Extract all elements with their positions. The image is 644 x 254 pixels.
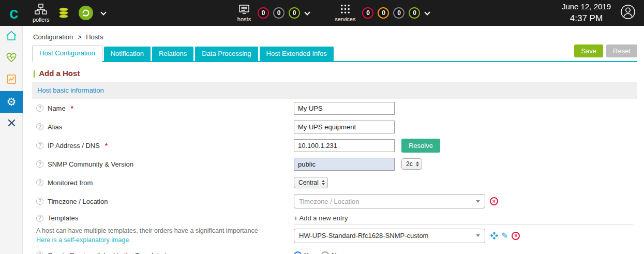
select-stepper-icon <box>416 161 419 167</box>
help-icon[interactable]: ? <box>36 198 43 205</box>
breadcrumb-separator: > <box>78 33 82 41</box>
alias-input[interactable] <box>294 121 395 133</box>
tab-bar: Host Configuration Notification Relation… <box>32 47 637 62</box>
form-row-templates: ? Templates + Add a new entry <box>32 211 637 226</box>
timezone-clear-icon[interactable]: × <box>490 197 498 205</box>
template-selected-value: HW-UPS-Standard-Rfc1628-SNMP-custom <box>299 232 428 240</box>
pollers-menu[interactable]: pollers <box>33 4 49 23</box>
topbar: c pollers <box>0 0 644 26</box>
services-unknown-counter[interactable]: 0 <box>393 7 405 19</box>
edit-template-icon[interactable]: ✎ <box>501 232 508 240</box>
tab-data-processing[interactable]: Data Processing <box>195 47 258 61</box>
create-services-label: Create Services linked to the Template t… <box>48 251 174 254</box>
hosts-down-counter[interactable]: 0 <box>258 7 269 19</box>
hosts-unreachable-counter[interactable]: 0 <box>273 7 284 19</box>
help-icon[interactable]: ? <box>36 215 43 222</box>
services-warning-counter[interactable]: 0 <box>378 7 389 19</box>
sidebar-item-reporting[interactable] <box>0 69 23 91</box>
poller-dropdown-chevron-icon[interactable] <box>101 9 107 15</box>
snmp-label: SNMP Community & Version <box>48 160 133 168</box>
page-title: |Add a Host <box>33 69 644 78</box>
ip-address-input[interactable] <box>294 139 395 152</box>
templates-label: Templates <box>48 214 78 222</box>
services-dropdown-chevron-icon[interactable] <box>425 9 430 15</box>
centreon-logo[interactable]: c <box>0 1 28 25</box>
export-configuration[interactable] <box>78 5 94 21</box>
help-icon[interactable]: ? <box>36 142 43 149</box>
save-button[interactable]: Save <box>574 44 603 57</box>
snmp-version-value: 2c <box>406 160 413 168</box>
ip-address-label: IP Address / DNS <box>48 142 100 150</box>
form-row-name: ? Name * <box>32 99 637 117</box>
template-entry-actions: ✎ × <box>490 231 520 240</box>
snmp-version-select[interactable]: 2c <box>401 158 422 170</box>
help-icon[interactable]: ? <box>36 123 43 130</box>
services-label: services <box>335 16 355 22</box>
form-row-monitored-from: ? Monitored from Central <box>32 173 637 192</box>
user-profile-button[interactable] <box>620 4 636 22</box>
templates-help-text: A host can have multiple templates, thei… <box>36 227 258 234</box>
hosts-icon <box>238 4 250 14</box>
create-services-yes-label[interactable]: Yes <box>304 251 315 254</box>
current-time: 4:37 PM <box>562 12 611 25</box>
chart-icon <box>6 74 17 86</box>
alias-label: Alias <box>48 123 62 131</box>
tab-host-configuration[interactable]: Host Configuration <box>32 46 102 62</box>
snmp-community-input[interactable] <box>294 158 395 171</box>
hosts-menu[interactable]: hosts <box>237 4 251 22</box>
pollers-label: pollers <box>33 17 49 23</box>
breadcrumb-configuration[interactable]: Configuration <box>33 33 73 41</box>
name-label: Name <box>48 104 66 112</box>
name-input[interactable] <box>294 102 395 115</box>
hosts-up-counter[interactable]: 0 <box>289 7 300 19</box>
form-row-snmp: ? SNMP Community & Version 2c <box>32 155 637 173</box>
sidebar-item-monitoring[interactable] <box>0 48 23 69</box>
sidebar-item-administration[interactable] <box>0 113 23 135</box>
breadcrumb: Configuration > Hosts <box>23 26 644 47</box>
move-template-icon[interactable] <box>490 231 499 240</box>
form-row-alias: ? Alias <box>32 117 637 136</box>
sidebar-item-home[interactable] <box>0 26 23 48</box>
clock: June 12, 2019 4:37 PM <box>562 1 611 25</box>
user-icon <box>620 4 636 22</box>
delete-template-icon[interactable]: × <box>512 232 520 240</box>
help-icon[interactable]: ? <box>36 251 43 254</box>
add-template-entry-link[interactable]: + Add a new entry <box>294 214 348 222</box>
timezone-label: Timezone / Location <box>48 198 108 205</box>
help-icon[interactable]: ? <box>36 160 43 168</box>
tab-notification[interactable]: Notification <box>104 47 151 61</box>
timezone-select[interactable]: Timezone / Location <box>294 194 485 208</box>
required-mark: * <box>105 142 108 150</box>
host-form: Host basic information ? Name * ? Alias <box>32 82 637 254</box>
tab-host-extended-infos[interactable]: Host Extended Infos <box>260 47 334 61</box>
hosts-dropdown-chevron-icon[interactable] <box>304 9 310 15</box>
templates-help-link[interactable]: Here is a self-explanatory image. <box>36 236 131 245</box>
services-ok-counter[interactable]: 0 <box>409 7 420 19</box>
monitored-from-value: Central <box>298 179 319 186</box>
title-marker: | <box>33 69 35 78</box>
sidebar-item-configuration[interactable]: ⚙ <box>0 91 23 113</box>
timezone-placeholder: Timezone / Location <box>299 198 360 205</box>
help-icon[interactable]: ? <box>36 104 43 112</box>
create-services-no-label[interactable]: No <box>332 251 340 254</box>
services-icon <box>340 4 351 14</box>
services-menu[interactable]: services <box>335 4 355 22</box>
chevron-down-icon <box>476 200 480 203</box>
monitored-from-select[interactable]: Central <box>294 177 328 188</box>
help-icon[interactable]: ? <box>36 179 43 186</box>
reset-button[interactable]: Reset <box>606 44 637 57</box>
main-content: Configuration > Hosts Host Configuration… <box>23 26 644 254</box>
breadcrumb-hosts: Hosts <box>86 33 103 41</box>
create-services-yes-radio[interactable] <box>294 251 302 254</box>
form-row-ip-address: ? IP Address / DNS * Resolve <box>32 136 637 155</box>
form-row-create-services: ? Create Services linked to the Template… <box>32 246 637 254</box>
template-select[interactable]: HW-UPS-Standard-Rfc1628-SNMP-custom <box>294 229 485 243</box>
tab-relations[interactable]: Relations <box>152 47 193 61</box>
resolve-button[interactable]: Resolve <box>401 139 440 153</box>
page-title-text: Add a Host <box>39 69 80 78</box>
services-status-block: services 0 0 0 0 <box>330 4 432 22</box>
services-critical-counter[interactable]: 0 <box>362 7 373 19</box>
create-services-no-radio[interactable] <box>321 251 329 254</box>
chevron-down-icon <box>476 234 480 237</box>
database-status[interactable] <box>58 7 69 19</box>
